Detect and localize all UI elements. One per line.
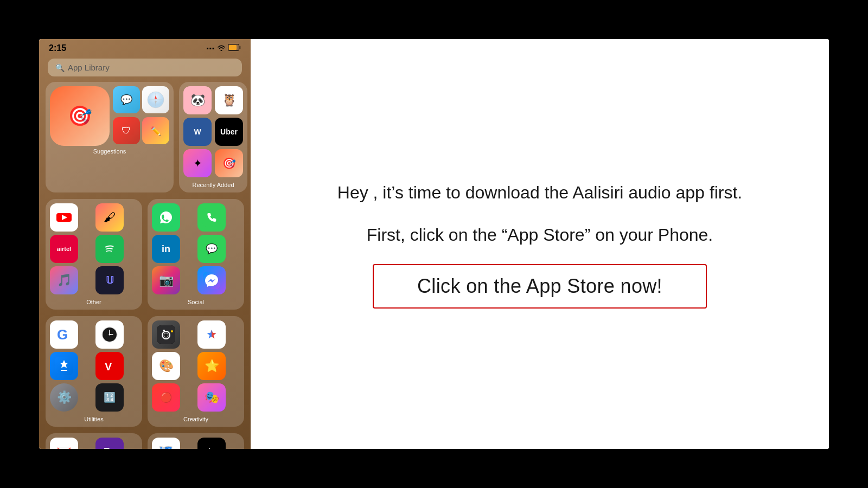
svg-rect-1	[229, 45, 237, 50]
app-icon-uber-top[interactable]: Uber	[215, 118, 243, 146]
section-recently-added-label: Recently Added	[183, 182, 243, 188]
app-icon-creative6[interactable]: 🎭	[197, 383, 226, 412]
app-icon-instagram[interactable]: 📷	[152, 266, 180, 294]
battery-icon	[228, 44, 241, 53]
app-icon-uber-bottom[interactable]: Uber	[197, 438, 226, 449]
creativity-grid: 🎨 ⭐ 🔴 🎭	[152, 320, 240, 412]
app-icon-linkedin[interactable]: in	[152, 235, 180, 263]
app-icon-appstore[interactable]	[50, 352, 78, 380]
app-icon-vodafone[interactable]: V	[95, 352, 124, 380]
row-4: Pe 💎 al 6 🗺️ Uber 🧭	[46, 433, 244, 449]
app-icon-airtel[interactable]: airtel	[50, 235, 78, 263]
app-icon-music[interactable]: 🎵	[50, 266, 78, 294]
search-label: App Library	[68, 63, 110, 72]
app-icon-target[interactable]: 🎯	[50, 86, 110, 146]
search-bar[interactable]: 🔍 App Library	[48, 59, 242, 76]
svg-rect-29	[163, 330, 165, 331]
app-icon-clock[interactable]	[95, 320, 124, 349]
section-utilities: G V ⚙️ 🔢 Utilities	[46, 316, 142, 427]
status-bar: 2:15 ▪▪▪	[39, 39, 251, 55]
svg-text:G: G	[57, 326, 68, 343]
status-icons: ▪▪▪	[206, 44, 241, 53]
app-icon-imessage-sm[interactable]: 💬	[197, 235, 226, 263]
app-icon-phonepe[interactable]: Pe	[95, 438, 124, 449]
app-icon-word[interactable]: W	[183, 118, 212, 146]
instruction-line1: Hey , it’s time to download the Aalisiri…	[337, 179, 742, 206]
svg-rect-2	[239, 46, 241, 49]
phone-panel: 2:15 ▪▪▪	[39, 39, 251, 449]
svg-point-11	[101, 240, 118, 258]
outer-frame: 2:15 ▪▪▪	[39, 39, 829, 449]
instruction-line2: First, click on the “App Store” on your …	[367, 222, 713, 248]
section-recently-added: 🐼 🦉 W Uber ✦ 🎯 Recently Added	[179, 82, 247, 192]
section-social: in 💬 📷 Social	[148, 199, 244, 310]
suggestions-small-grid: 💬 🛡	[113, 86, 169, 146]
svg-rect-30	[171, 330, 173, 332]
app-icon-redcircle[interactable]: 🔴	[152, 383, 180, 412]
social-grid: in 💬 📷	[152, 203, 240, 294]
search-icon: 🔍	[55, 63, 65, 72]
app-icon-gmail[interactable]	[50, 438, 78, 449]
app-icon-messenger[interactable]	[197, 266, 226, 294]
section-suggestions-label: Suggestions	[50, 148, 169, 155]
section-creativity-label: Creativity	[152, 416, 240, 422]
row-1: 🎯 💬	[46, 82, 244, 192]
app-icon-photos[interactable]	[197, 320, 226, 349]
app-icon-whatsapp[interactable]	[152, 203, 180, 232]
app-icon-phone[interactable]	[197, 203, 226, 232]
section-other: 🖌 airtel 🎵 𝕌 Other	[46, 199, 142, 310]
row4-left-grid: Pe 💎 al 6	[50, 438, 138, 449]
svg-point-20	[109, 334, 111, 336]
app-icon-gphotos[interactable]: 🎨	[152, 352, 180, 380]
svg-point-28	[164, 333, 168, 337]
wifi-icon	[217, 44, 226, 53]
app-icon-udio[interactable]: 𝕌	[95, 266, 124, 294]
section-other-label: Other	[50, 299, 138, 305]
row-3: G V ⚙️ 🔢 Utilities	[46, 316, 244, 427]
section-row4-right: 🗺️ Uber 🧭	[148, 433, 244, 449]
app-icon-brush2[interactable]: 🖌	[95, 203, 124, 232]
signal-icon: ▪▪▪	[206, 44, 215, 52]
section-social-label: Social	[152, 299, 240, 305]
app-icon-target2[interactable]: 🎯	[215, 149, 243, 177]
section-suggestions: 🎯 💬	[46, 82, 174, 192]
app-sections: 🎯 💬	[39, 82, 251, 449]
section-creativity: 🎨 ⭐ 🔴 🎭 Creativity	[148, 316, 244, 427]
app-icon-googlemaps[interactable]: 🗺️	[152, 438, 180, 449]
app-icon-settings[interactable]: ⚙️	[50, 383, 78, 412]
app-icon-google[interactable]: G	[50, 320, 78, 349]
svg-text:V: V	[105, 361, 112, 373]
app-icon-star[interactable]: ⭐	[197, 352, 226, 380]
svg-rect-13	[202, 208, 221, 227]
other-grid: 🖌 airtel 🎵 𝕌	[50, 203, 138, 294]
section-utilities-label: Utilities	[50, 416, 138, 422]
app-icon-safari[interactable]	[142, 86, 169, 113]
app-icon-messages[interactable]: 💬	[113, 86, 140, 113]
status-time: 2:15	[49, 43, 66, 53]
app-icon-brush[interactable]: ✏️	[142, 117, 169, 144]
app-icon-owl[interactable]: 🦉	[215, 86, 243, 114]
row-2: 🖌 airtel 🎵 𝕌 Other	[46, 199, 244, 310]
cta-button[interactable]: Click on the App Store now!	[373, 264, 707, 309]
content-panel: Hey , it’s time to download the Aalisiri…	[251, 39, 829, 449]
app-icon-red-shield[interactable]: 🛡	[113, 117, 140, 144]
app-icon-camera[interactable]	[152, 320, 180, 349]
row4-right-grid: 🗺️ Uber 🧭	[152, 438, 240, 449]
app-icon-spotify[interactable]	[95, 235, 124, 263]
section-row4-left: Pe 💎 al 6	[46, 433, 142, 449]
app-icon-youtube[interactable]	[50, 203, 78, 232]
suggestions-grid: 🎯 💬	[50, 86, 169, 146]
recently-added-grid: 🐼 🦉 W Uber ✦ 🎯	[183, 86, 243, 177]
app-icon-calc[interactable]: 🔢	[95, 383, 124, 412]
utilities-grid: G V ⚙️ 🔢	[50, 320, 138, 412]
app-icon-pink[interactable]: ✦	[183, 149, 212, 177]
app-icon-panda[interactable]: 🐼	[183, 86, 212, 114]
